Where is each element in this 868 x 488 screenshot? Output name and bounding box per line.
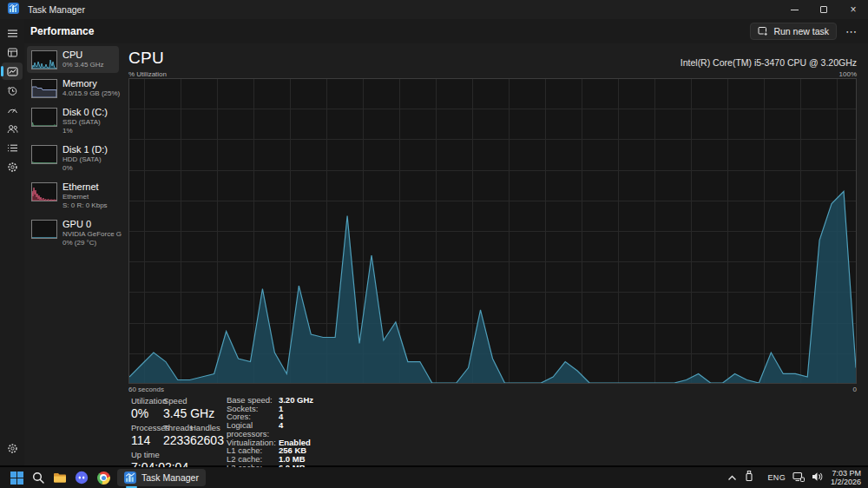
start-icon bbox=[10, 472, 23, 485]
spec-value: 3.20 GHz bbox=[279, 396, 313, 405]
rail-item-users[interactable] bbox=[2, 120, 23, 137]
performance-icon bbox=[7, 66, 18, 77]
sidebar-item-sub: 4.0/15.9 GB (25%) bbox=[62, 89, 116, 98]
task-manager-app-icon bbox=[8, 2, 19, 17]
settings-gear-icon bbox=[7, 443, 18, 454]
minimize-icon bbox=[791, 10, 799, 10]
sidebar-item-disk1[interactable]: Disk 1 (D:) HDD (SATA) 0% bbox=[27, 141, 119, 176]
maximize-button[interactable] bbox=[809, 0, 838, 19]
sidebar-item-title: GPU 0 bbox=[62, 219, 116, 230]
task-manager-icon bbox=[124, 472, 136, 484]
x-axis-right-label: 0 bbox=[853, 386, 857, 394]
clock-time: 7:03 PM bbox=[831, 469, 861, 478]
sidebar-item-ethernet[interactable]: Ethernet Ethernet S: 0 R: 0 Kbps bbox=[27, 178, 119, 214]
performance-sidebar: CPU 0% 3.45 GHz Memory 4.0/15.9 GB (25%) bbox=[24, 43, 122, 465]
settings-button[interactable] bbox=[2, 439, 23, 457]
taskbar-task-manager-button[interactable]: Task Manager bbox=[117, 469, 206, 486]
search-icon bbox=[32, 472, 45, 485]
tray-chevron-icon bbox=[727, 474, 737, 482]
sidebar-item-sub: NVIDIA GeForce G... bbox=[62, 230, 116, 239]
run-new-task-button[interactable]: Run new task bbox=[750, 23, 837, 40]
cpu-detail-pane: CPU Intel(R) Core(TM) i5-3470 CPU @ 3.20… bbox=[122, 43, 868, 465]
rail-item-app-history[interactable] bbox=[2, 82, 23, 99]
speed-value: 3.45 GHz bbox=[163, 406, 214, 420]
file-explorer-button[interactable] bbox=[50, 468, 69, 487]
taskbar-app-label: Task Manager bbox=[141, 472, 199, 483]
language-indicator[interactable]: ENG bbox=[768, 473, 786, 482]
page-title: Performance bbox=[30, 25, 94, 37]
sidebar-item-sub: HDD (SATA) bbox=[62, 155, 108, 164]
sidebar-item-sub: SSD (SATA) bbox=[62, 118, 108, 127]
menu-button[interactable] bbox=[2, 24, 23, 42]
network-icon bbox=[792, 472, 805, 482]
ethernet-mini-chart bbox=[31, 182, 57, 201]
more-button[interactable]: ⋯ bbox=[845, 25, 858, 38]
menu-icon bbox=[7, 28, 18, 39]
cpu-utilization-chart bbox=[128, 78, 857, 384]
speed-label: Speed bbox=[163, 396, 187, 406]
page-header: Performance Run new task ⋯ bbox=[24, 19, 868, 43]
rail-item-performance[interactable] bbox=[2, 63, 23, 80]
taskbar-clock[interactable]: 7:03 PM 1/2/2026 bbox=[831, 469, 861, 486]
processes-icon bbox=[7, 47, 18, 58]
volume-button[interactable] bbox=[812, 470, 824, 485]
tray-usb-button[interactable] bbox=[744, 470, 754, 485]
cpu-mini-chart bbox=[31, 50, 57, 69]
cpu-heading: CPU bbox=[128, 49, 164, 68]
gpu-mini-chart bbox=[31, 220, 57, 239]
run-new-task-icon bbox=[758, 26, 768, 36]
sidebar-item-gpu0[interactable]: GPU 0 NVIDIA GeForce G... 0% (29 °C) bbox=[27, 215, 119, 251]
desktop: Task Manager × bbox=[0, 0, 868, 488]
search-button[interactable] bbox=[29, 468, 48, 487]
app-history-icon bbox=[7, 85, 18, 96]
minimize-button[interactable] bbox=[779, 0, 809, 19]
sidebar-item-sub2: 1% bbox=[62, 127, 108, 135]
services-icon bbox=[7, 162, 18, 173]
sidebar-item-memory[interactable]: Memory 4.0/15.9 GB (25%) bbox=[27, 75, 119, 102]
rail-item-details[interactable] bbox=[2, 139, 23, 156]
chrome-icon bbox=[97, 472, 110, 485]
window-title: Task Manager bbox=[28, 4, 85, 15]
task-manager-window: Task Manager × bbox=[0, 0, 868, 465]
sidebar-item-title: Disk 0 (C:) bbox=[62, 107, 108, 118]
navigation-rail bbox=[0, 19, 24, 465]
cpu-chart-svg bbox=[129, 79, 856, 383]
start-button[interactable] bbox=[7, 468, 26, 487]
cpu-model-name: Intel(R) Core(TM) i5-3470 CPU @ 3.20GHz bbox=[681, 57, 857, 68]
rail-item-services[interactable] bbox=[2, 158, 23, 175]
run-new-task-label: Run new task bbox=[773, 26, 829, 36]
handles-value: 62603 bbox=[190, 433, 224, 447]
sidebar-item-disk0[interactable]: Disk 0 (C:) SSD (SATA) 1% bbox=[27, 103, 119, 139]
uptime-label: Up time bbox=[131, 450, 224, 460]
maximize-icon bbox=[820, 6, 827, 13]
discord-button[interactable] bbox=[72, 468, 91, 487]
clock-date: 1/2/2026 bbox=[831, 478, 861, 486]
tray-chevron-button[interactable] bbox=[727, 470, 737, 485]
app-body: Performance Run new task ⋯ CPU 0% 3.45 G… bbox=[0, 19, 868, 465]
network-button[interactable] bbox=[792, 470, 805, 485]
rail-item-startup-apps[interactable] bbox=[2, 101, 23, 118]
cpu-chart-line bbox=[129, 191, 856, 383]
cpu-chart-area bbox=[129, 191, 856, 383]
cpu-stats: Utilization Speed 0% 3.45 GHz Processes … bbox=[128, 396, 857, 477]
disk1-mini-chart bbox=[31, 145, 57, 164]
disk0-mini-chart bbox=[31, 108, 57, 127]
window-controls: × bbox=[779, 0, 868, 19]
cpu-live-stats: Utilization Speed 0% 3.45 GHz Processes … bbox=[131, 396, 224, 477]
sidebar-item-cpu[interactable]: CPU 0% 3.45 GHz bbox=[27, 46, 119, 73]
close-button[interactable]: × bbox=[838, 0, 868, 19]
speaker-icon bbox=[812, 472, 824, 482]
details-icon bbox=[7, 142, 18, 154]
sidebar-item-sub: 0% 3.45 GHz bbox=[62, 61, 104, 69]
rail-item-processes[interactable] bbox=[2, 43, 23, 61]
system-tray: ENG 7:03 PM 1/2/2026 bbox=[727, 469, 868, 486]
sidebar-item-title: Ethernet bbox=[62, 181, 108, 193]
processes-value: 114 bbox=[131, 433, 163, 447]
users-icon bbox=[7, 123, 18, 135]
usb-icon bbox=[744, 470, 754, 482]
x-axis-left-label: 60 seconds bbox=[128, 386, 164, 394]
titlebar: Task Manager × bbox=[0, 0, 868, 19]
y-axis-label: % Utilization bbox=[128, 70, 167, 78]
sidebar-item-title: Memory bbox=[62, 78, 116, 89]
chrome-button[interactable] bbox=[94, 468, 113, 487]
